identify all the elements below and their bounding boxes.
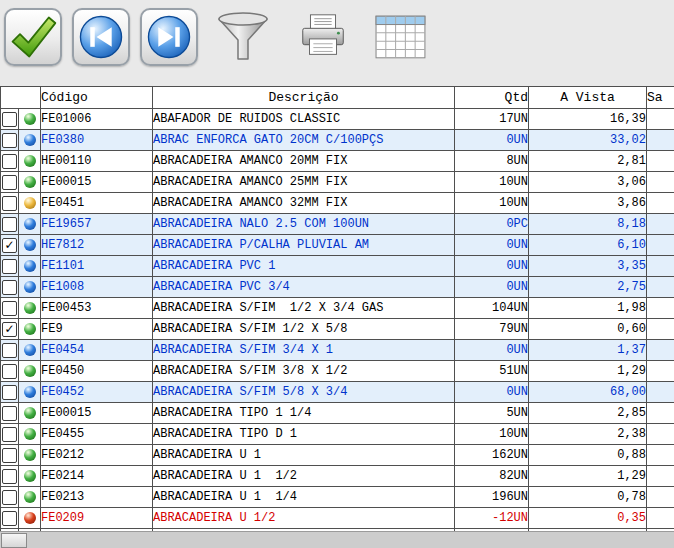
status-cell bbox=[19, 424, 41, 445]
cell-codigo: FE0452 bbox=[41, 382, 153, 403]
horizontal-scrollbar[interactable] bbox=[0, 531, 674, 548]
table-row[interactable]: FE00453ABRACADEIRA S/FIM 1/2 X 3/4 GAS10… bbox=[1, 298, 674, 319]
checkbox-cell bbox=[1, 130, 19, 151]
cell-descricao: ABRACADEIRA S/FIM 1/2 X 3/4 GAS bbox=[153, 298, 455, 319]
status-cell bbox=[19, 340, 41, 361]
cell-qtd: 17UN bbox=[455, 109, 529, 130]
row-checkbox[interactable] bbox=[2, 364, 17, 379]
table-row[interactable]: ✓HE7812ABRACADEIRA P/CALHA PLUVIAL AM0UN… bbox=[1, 235, 674, 256]
status-ball-green-icon bbox=[24, 470, 36, 482]
cell-sa bbox=[647, 172, 674, 193]
checkbox-cell bbox=[1, 172, 19, 193]
table-row[interactable]: FE00015ABRACADEIRA TIPO 1 1/45UN2,85 bbox=[1, 403, 674, 424]
column-header-qtd[interactable]: Qtd bbox=[455, 87, 529, 109]
row-checkbox[interactable]: ✓ bbox=[2, 322, 17, 337]
row-checkbox[interactable] bbox=[2, 154, 17, 169]
row-checkbox[interactable]: ✓ bbox=[2, 238, 17, 253]
status-ball-green-icon bbox=[24, 176, 36, 188]
checkbox-cell bbox=[1, 361, 19, 382]
table-row[interactable]: FE1101ABRACADEIRA PVC 10UN3,35 bbox=[1, 256, 674, 277]
table-row[interactable]: ✓FE9ABRACADEIRA S/FIM 1/2 X 5/879UN0,60 bbox=[1, 319, 674, 340]
row-checkbox[interactable] bbox=[2, 490, 17, 505]
cell-sa bbox=[647, 130, 674, 151]
checkbox-cell bbox=[1, 193, 19, 214]
row-checkbox[interactable] bbox=[2, 511, 17, 526]
status-cell bbox=[19, 445, 41, 466]
table-row[interactable]: FE0454ABRACADEIRA S/FIM 3/4 X 10UN1,37 bbox=[1, 340, 674, 361]
app-window: CódigoDescriçãoQtdA VistaSa FE01006ABAFA… bbox=[0, 0, 674, 548]
column-header-avista[interactable]: A Vista bbox=[529, 87, 647, 109]
cell-sa bbox=[647, 361, 674, 382]
column-header-sa[interactable]: Sa bbox=[647, 87, 674, 109]
checkbox-cell: ✓ bbox=[1, 319, 19, 340]
cell-sa bbox=[647, 235, 674, 256]
cell-qtd: 8UN bbox=[455, 151, 529, 172]
table-row[interactable]: HE00110ABRACADEIRA AMANCO 20MM FIX8UN2,8… bbox=[1, 151, 674, 172]
row-checkbox[interactable] bbox=[2, 406, 17, 421]
cell-descricao: ABRACADEIRA P/CALHA PLUVIAL AM bbox=[153, 235, 455, 256]
skip-back-icon bbox=[76, 12, 126, 62]
row-checkbox[interactable] bbox=[2, 280, 17, 295]
row-checkbox[interactable] bbox=[2, 385, 17, 400]
cell-qtd: 0UN bbox=[455, 235, 529, 256]
cell-avista: 68,00 bbox=[529, 382, 647, 403]
skip-forward-icon bbox=[144, 12, 194, 62]
export-grid-button[interactable] bbox=[372, 8, 430, 66]
cell-avista: 2,38 bbox=[529, 424, 647, 445]
cell-qtd: 51UN bbox=[455, 361, 529, 382]
column-header-codigo[interactable]: Código bbox=[41, 87, 153, 109]
status-ball-green-icon bbox=[24, 491, 36, 503]
table-row[interactable]: FE0450ABRACADEIRA S/FIM 3/8 X 1/251UN1,2… bbox=[1, 361, 674, 382]
row-checkbox[interactable] bbox=[2, 112, 17, 127]
table-row[interactable]: FE19657ABRACADEIRA NALO 2.5 COM 100UN0PC… bbox=[1, 214, 674, 235]
row-checkbox[interactable] bbox=[2, 343, 17, 358]
table-row[interactable]: FE0212ABRACADEIRA U 1162UN0,88 bbox=[1, 445, 674, 466]
column-header-descricao[interactable]: Descrição bbox=[153, 87, 455, 109]
row-checkbox[interactable] bbox=[2, 427, 17, 442]
table-row[interactable]: FE0213ABRACADEIRA U 1 1/4196UN0,78 bbox=[1, 487, 674, 508]
table-row[interactable]: FE0209ABRACADEIRA U 1/2-12UN0,35 bbox=[1, 508, 674, 529]
cell-descricao: ABRACADEIRA AMANCO 20MM FIX bbox=[153, 151, 455, 172]
confirm-button[interactable] bbox=[4, 8, 62, 66]
cell-avista: 2,85 bbox=[529, 403, 647, 424]
cell-codigo: FE0213 bbox=[41, 487, 153, 508]
product-table: CódigoDescriçãoQtdA VistaSa FE01006ABAFA… bbox=[0, 86, 674, 548]
cell-descricao: ABRACADEIRA PVC 3/4 bbox=[153, 277, 455, 298]
cell-codigo: HE7812 bbox=[41, 235, 153, 256]
cell-descricao: ABRACADEIRA TIPO 1 1/4 bbox=[153, 403, 455, 424]
first-record-button[interactable] bbox=[72, 8, 130, 66]
checkbox-cell bbox=[1, 403, 19, 424]
checkbox-cell bbox=[1, 340, 19, 361]
cell-sa bbox=[647, 445, 674, 466]
table-row[interactable]: FE0452ABRACADEIRA S/FIM 5/8 X 3/40UN68,0… bbox=[1, 382, 674, 403]
row-checkbox[interactable] bbox=[2, 469, 17, 484]
status-ball-green-icon bbox=[24, 449, 36, 461]
check-icon bbox=[7, 11, 59, 63]
table-row[interactable]: FE00015ABRACADEIRA AMANCO 25MM FIX10UN3,… bbox=[1, 172, 674, 193]
filter-button[interactable] bbox=[214, 8, 272, 66]
table-row[interactable]: FE1008ABRACADEIRA PVC 3/40UN2,75 bbox=[1, 277, 674, 298]
cell-qtd: 79UN bbox=[455, 319, 529, 340]
cell-codigo: FE00015 bbox=[41, 172, 153, 193]
row-checkbox[interactable] bbox=[2, 448, 17, 463]
cell-sa bbox=[647, 403, 674, 424]
print-button[interactable] bbox=[294, 8, 352, 66]
table-row[interactable]: FE0380ABRAC ENFORCA GATO 20CM C/100PÇS0U… bbox=[1, 130, 674, 151]
status-ball-blue-icon bbox=[24, 260, 36, 272]
row-checkbox[interactable] bbox=[2, 301, 17, 316]
table-row[interactable]: FE0455ABRACADEIRA TIPO D 110UN2,38 bbox=[1, 424, 674, 445]
row-checkbox[interactable] bbox=[2, 175, 17, 190]
row-checkbox[interactable] bbox=[2, 196, 17, 211]
cell-sa bbox=[647, 319, 674, 340]
row-checkbox[interactable] bbox=[2, 217, 17, 232]
table-row[interactable]: FE0214ABRACADEIRA U 1 1/282UN1,29 bbox=[1, 466, 674, 487]
checkbox-cell bbox=[1, 466, 19, 487]
last-record-button[interactable] bbox=[140, 8, 198, 66]
cell-avista: 0,35 bbox=[529, 508, 647, 529]
cell-avista: 2,81 bbox=[529, 151, 647, 172]
table-row[interactable]: FE01006ABAFADOR DE RUIDOS CLASSIC17UN16,… bbox=[1, 109, 674, 130]
row-checkbox[interactable] bbox=[2, 259, 17, 274]
scrollbar-thumb[interactable] bbox=[1, 533, 27, 548]
table-row[interactable]: FE0451ABRACADEIRA AMANCO 32MM FIX10UN3,8… bbox=[1, 193, 674, 214]
row-checkbox[interactable] bbox=[2, 133, 17, 148]
